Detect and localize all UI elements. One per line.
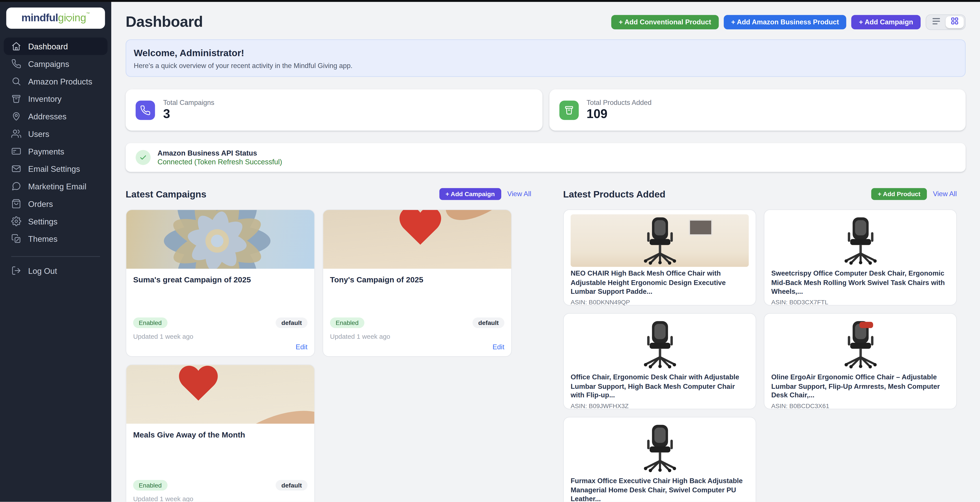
sidebar-item-label: Dashboard [28, 41, 68, 51]
sidebar-item-addresses[interactable]: Addresses [4, 108, 108, 125]
status-badge: Enabled [330, 318, 364, 328]
campaigns-view-all-link[interactable]: View All [508, 190, 531, 197]
product-title: Furmax Office Executive Chair High Back … [571, 476, 749, 502]
app-window: mindfulgiing™ Dashboard Campaigns Amazon… [0, 0, 980, 502]
add-amazon-business-product-button[interactable]: + Add Amazon Business Product [724, 15, 846, 29]
sidebar-item-label: Campaigns [28, 59, 69, 68]
sidebar-item-label: Log Out [28, 266, 57, 275]
logo-text-gi: gi [58, 12, 66, 24]
themes-icon [11, 234, 21, 244]
list-view-button[interactable] [928, 16, 946, 28]
sidebar-item-users[interactable]: Users [4, 125, 108, 143]
stat-value: 109 [587, 107, 652, 121]
add-campaign-button[interactable]: + Add Campaign [851, 15, 921, 29]
sidebar-item-label: Email Settings [28, 164, 80, 173]
logo-text-ing: ing [72, 12, 86, 24]
product-asin: ASIN: B0DKNN49QP [571, 299, 749, 305]
edit-link[interactable]: Edit [296, 343, 307, 351]
stat-card-total-campaigns: Total Campaigns 3 [126, 89, 542, 130]
sidebar-item-campaigns[interactable]: Campaigns [4, 55, 108, 73]
grid-view-button[interactable] [945, 16, 964, 28]
campaign-image-hands-heart [323, 210, 511, 269]
api-status-card: Amazon Business API Status Connected (To… [126, 143, 966, 172]
sidebar-item-payments[interactable]: Payments [4, 142, 108, 160]
page-title: Dashboard [126, 13, 203, 31]
view-toggle [926, 14, 966, 30]
product-card[interactable]: Sweetcrispy Office Computer Desk Chair, … [764, 209, 957, 306]
main-content: Dashboard + Add Conventional Product + A… [111, 0, 980, 502]
welcome-banner: Welcome, Administrator! Here's a quick o… [126, 39, 966, 77]
phone-icon [11, 59, 21, 69]
campaign-card[interactable]: Suma's great Campaign of 2025 Enabled de… [126, 209, 315, 357]
sidebar-item-orders[interactable]: Orders [4, 195, 108, 213]
add-conventional-product-button[interactable]: + Add Conventional Product [611, 15, 719, 29]
sidebar-item-label: Settings [28, 216, 57, 226]
mail-icon [11, 164, 21, 174]
products-grid: NEO CHAIR High Back Mesh Office Chair wi… [563, 209, 957, 502]
latest-campaigns-section: Latest Campaigns + Add Campaign View All [126, 187, 531, 502]
campaigns-grid: Suma's great Campaign of 2025 Enabled de… [126, 209, 531, 502]
check-icon [135, 150, 151, 165]
product-asin: ASIN: B0D3CX7FTL [771, 299, 950, 305]
campaign-updated: Updated 1 week ago [330, 332, 504, 340]
api-status-value: Connected (Token Refresh Successful) [158, 158, 282, 166]
product-image-office-chair [771, 318, 950, 370]
add-product-button[interactable]: + Add Product [872, 188, 927, 200]
product-card[interactable]: Office Chair, Ergonomic Desk Chair with … [563, 313, 756, 410]
sidebar-divider [11, 256, 100, 257]
status-badge: Enabled [133, 318, 167, 328]
sidebar-item-label: Payments [28, 146, 64, 156]
product-image-executive-chair [571, 422, 749, 474]
sidebar-item-themes[interactable]: Themes [4, 230, 108, 248]
products-header: Latest Products Added + Add Product View… [563, 187, 957, 201]
edit-link[interactable]: Edit [492, 343, 504, 351]
campaign-card[interactable]: Meals Give Away of the Month Enabled def… [126, 364, 315, 502]
sidebar-item-label: Users [28, 129, 49, 138]
sidebar-item-marketing-email[interactable]: Marketing Email [4, 178, 108, 195]
tag-badge: default [276, 480, 308, 490]
product-card[interactable]: Oline ErgoAir Ergonomic Office Chair – A… [764, 313, 957, 410]
welcome-subtitle: Here's a quick overview of your recent a… [134, 62, 958, 69]
products-heading: Latest Products Added [563, 189, 665, 199]
product-image-office-chair [571, 214, 749, 267]
stat-value: 3 [163, 107, 214, 121]
add-campaign-section-button[interactable]: + Add Campaign [439, 188, 501, 200]
status-badge: Enabled [133, 480, 167, 490]
page-header: Dashboard + Add Conventional Product + A… [126, 13, 966, 31]
sidebar-item-label: Addresses [28, 111, 67, 121]
sidebar-item-label: Inventory [28, 94, 62, 103]
browser-edge [0, 0, 980, 2]
sidebar-item-amazon-products[interactable]: Amazon Products [4, 72, 108, 90]
sidebar-item-logout[interactable]: Log Out [4, 262, 108, 279]
logo-tm: ™ [86, 12, 90, 16]
product-asin: ASIN: B0BCDC3X61 [771, 402, 950, 409]
product-card[interactable]: Furmax Office Executive Chair High Back … [563, 417, 756, 502]
product-card[interactable]: NEO CHAIR High Back Mesh Office Chair wi… [563, 209, 756, 306]
campaigns-heading: Latest Campaigns [126, 189, 206, 199]
grid-icon [951, 17, 959, 27]
home-icon [11, 41, 21, 51]
sidebar-item-label: Orders [28, 199, 53, 208]
stat-label: Total Campaigns [163, 99, 214, 106]
sidebar-item-label: Amazon Products [28, 76, 92, 86]
products-view-all-link[interactable]: View All [933, 190, 957, 197]
header-actions: + Add Conventional Product + Add Amazon … [611, 14, 966, 30]
users-icon [11, 129, 21, 139]
campaign-title: Meals Give Away of the Month [133, 431, 308, 439]
sidebar-item-dashboard[interactable]: Dashboard [4, 38, 108, 55]
list-icon [932, 17, 941, 27]
campaign-title: Tony's Campaign of 2025 [330, 276, 504, 284]
welcome-title: Welcome, Administrator! [134, 48, 958, 58]
logo-heart-icon [65, 15, 73, 22]
campaign-card[interactable]: Tony's Campaign of 2025 Enabled default … [323, 209, 512, 357]
campaigns-header: Latest Campaigns + Add Campaign View All [126, 187, 531, 201]
sidebar-item-email-settings[interactable]: Email Settings [4, 160, 108, 178]
content-columns: Latest Campaigns + Add Campaign View All [126, 187, 966, 502]
api-status-title: Amazon Business API Status [158, 149, 282, 157]
chat-icon [11, 181, 21, 191]
sidebar-item-settings[interactable]: Settings [4, 212, 108, 230]
map-pin-icon [11, 111, 21, 121]
sidebar-item-inventory[interactable]: Inventory [4, 90, 108, 108]
logout-icon [11, 265, 21, 276]
gear-icon [11, 216, 21, 226]
